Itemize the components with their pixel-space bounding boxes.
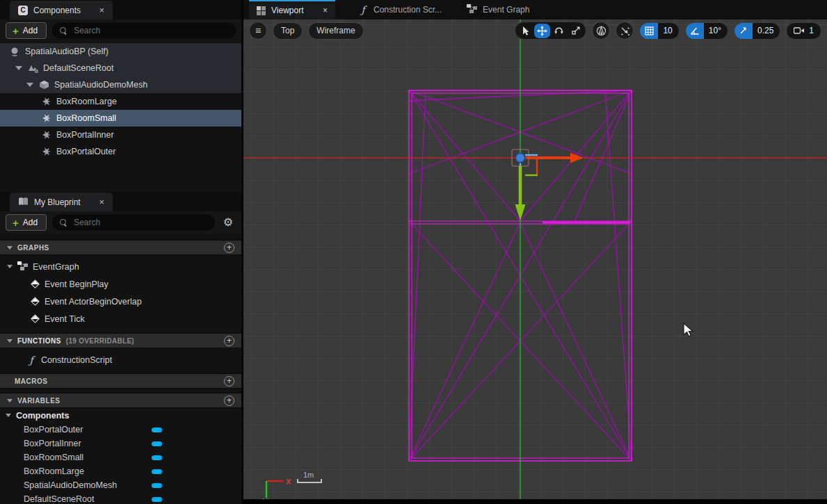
variable-row-defaultsceneroot[interactable]: DefaultSceneRoot: [0, 492, 241, 504]
gear-icon[interactable]: ⚙: [220, 217, 236, 228]
variable-row-spatialaudiodemomesh[interactable]: SpatialAudioDemoMesh: [0, 478, 241, 492]
variable-type-pill: [152, 469, 162, 474]
select-tool-button[interactable]: [517, 24, 533, 38]
construction-script-row[interactable]: ƒ ConstructionScript: [0, 351, 241, 368]
tree-row-boxportalouter[interactable]: BoxPortalOuter: [0, 143, 241, 160]
tab-components-label: Components: [33, 6, 81, 15]
event-graph-label: EventGraph: [33, 262, 79, 272]
surface-snapping-button[interactable]: [616, 22, 634, 40]
variable-label: DefaultSceneRoot: [24, 494, 94, 504]
variable-label: SpatialAudioDemoMesh: [24, 480, 117, 490]
tree-item-label: BoxRoomSmall: [56, 113, 116, 123]
my-blueprint-search[interactable]: [52, 215, 215, 230]
my-blueprint-search-input[interactable]: [72, 217, 207, 228]
add-button-label: Add: [23, 26, 38, 35]
grid-snap-icon: [640, 22, 658, 40]
chevron-down-icon[interactable]: [7, 265, 13, 268]
my-blueprint-toolbar: + Add ⚙: [0, 211, 241, 234]
tree-row-boxroomsmall-selected[interactable]: BoxRoomSmall: [0, 110, 241, 127]
transform-tool-group: [515, 22, 586, 40]
my-blueprint-panel: My Blueprint × + Add ⚙ GRAPHS +: [0, 192, 241, 504]
chevron-down-icon[interactable]: [6, 414, 11, 417]
components-search[interactable]: [52, 23, 236, 38]
scale-tool-button[interactable]: [568, 24, 584, 38]
book-icon: [18, 197, 29, 208]
translate-gizmo[interactable]: [512, 149, 584, 220]
functions-section-header[interactable]: FUNCTIONS (19 OVERRIDABLE) +: [0, 333, 241, 348]
tab-viewport[interactable]: Viewport ×: [249, 0, 335, 19]
view-mode-label: Top: [281, 26, 294, 35]
left-panel-column: C Components × + Add SpatialAudioBP (Sel…: [0, 0, 241, 504]
viewport-icon: [257, 6, 266, 15]
event-beginplay-row[interactable]: Event BeginPlay: [0, 275, 241, 293]
move-tool-button[interactable]: [534, 24, 550, 38]
variable-type-pill: [152, 497, 162, 502]
functions-header-suffix: (19 OVERRIDABLE): [66, 337, 134, 345]
tree-row-scene-root[interactable]: DefaultSceneRoot: [0, 60, 241, 76]
tab-construction-script[interactable]: ƒ Construction Scr...: [351, 0, 449, 19]
variable-row-boxportalinner[interactable]: BoxPortalInner: [0, 437, 241, 450]
function-icon: ƒ: [358, 4, 368, 15]
viewport-toolbar: ≡ Top Wireframe: [249, 22, 821, 40]
camera-speed-control[interactable]: 1: [786, 22, 821, 40]
viewport-column: Viewport × ƒ Construction Scr... Event G…: [241, 0, 827, 504]
variable-row-boxroomlarge[interactable]: BoxRoomLarge: [0, 464, 241, 478]
gizmo-center-handle[interactable]: [516, 154, 525, 163]
tab-components[interactable]: C Components ×: [10, 1, 113, 19]
angle-snap-icon: [686, 22, 704, 40]
tab-event-graph[interactable]: Event Graph: [459, 0, 537, 19]
add-graph-button[interactable]: +: [224, 243, 234, 253]
scale-icon: [571, 26, 581, 35]
variable-row-boxroomsmall[interactable]: BoxRoomSmall: [0, 450, 241, 464]
components-tabbar: C Components ×: [0, 0, 241, 19]
event-actorbeginoverlap-row[interactable]: Event ActorBeginOverlap: [0, 293, 241, 310]
add-variable-button[interactable]: +: [224, 396, 234, 406]
graphs-section-header[interactable]: GRAPHS +: [0, 240, 241, 255]
chevron-down-icon[interactable]: [26, 83, 33, 87]
chevron-down-icon: [7, 399, 13, 403]
add-function-button[interactable]: +: [224, 336, 234, 346]
event-tick-row[interactable]: Event Tick: [0, 310, 241, 327]
function-icon: ƒ: [26, 355, 36, 366]
event-graph-row[interactable]: EventGraph: [0, 258, 241, 275]
tree-row-self[interactable]: SpatialAudioBP (Self): [0, 43, 241, 60]
grid-snap-control[interactable]: 10: [639, 22, 679, 40]
viewport-canvas[interactable]: X Y 1m ≡ Top Wireframe: [243, 19, 827, 504]
variables-section-header[interactable]: VARIABLES +: [0, 393, 241, 408]
variables-category-components[interactable]: Components: [0, 408, 241, 423]
rotate-tool-button[interactable]: [551, 24, 567, 38]
tree-row-boxportalinner[interactable]: BoxPortalInner: [0, 127, 241, 143]
close-icon[interactable]: ×: [99, 197, 104, 206]
graphs-header-label: GRAPHS: [17, 244, 49, 252]
variable-row-boxportalouter[interactable]: BoxPortalOuter: [0, 423, 241, 437]
render-mode-dropdown[interactable]: Wireframe: [308, 22, 363, 40]
close-icon[interactable]: ×: [323, 6, 328, 15]
camera-speed-value: 1: [809, 26, 814, 35]
variable-type-pill: [152, 441, 162, 446]
variables-header-label: VARIABLES: [17, 397, 61, 405]
variable-type-pill: [152, 483, 162, 488]
functions-header-label: FUNCTIONS: [17, 337, 61, 345]
tree-row-demo-mesh[interactable]: SpatialAudioDemoMesh: [0, 76, 241, 93]
components-search-input[interactable]: [72, 25, 228, 36]
coordinate-space-toggle-button[interactable]: [592, 22, 610, 40]
close-icon[interactable]: ×: [99, 6, 104, 15]
view-mode-dropdown[interactable]: Top: [273, 22, 303, 40]
box-collision-icon: [40, 96, 51, 107]
tab-event-graph-label: Event Graph: [483, 5, 529, 15]
tab-my-blueprint[interactable]: My Blueprint ×: [10, 193, 113, 211]
scale-snap-control[interactable]: 0.25: [734, 22, 780, 40]
add-blueprint-item-button[interactable]: + Add: [6, 214, 47, 231]
tab-my-blueprint-label: My Blueprint: [34, 197, 81, 207]
viewport-options-menu-button[interactable]: ≡: [249, 22, 267, 40]
add-component-button[interactable]: + Add: [6, 22, 47, 39]
rotation-snap-control[interactable]: 10°: [685, 22, 728, 40]
move-icon: [537, 26, 547, 36]
chevron-down-icon[interactable]: [15, 66, 22, 70]
add-macro-button[interactable]: +: [224, 376, 234, 387]
blueprint-self-icon: [9, 46, 20, 57]
variable-label: BoxRoomLarge: [24, 466, 84, 476]
variable-type-pill: [152, 455, 162, 460]
tree-row-boxroomlarge[interactable]: BoxRoomLarge: [0, 93, 241, 110]
macros-section-header[interactable]: MACROS +: [0, 373, 241, 389]
